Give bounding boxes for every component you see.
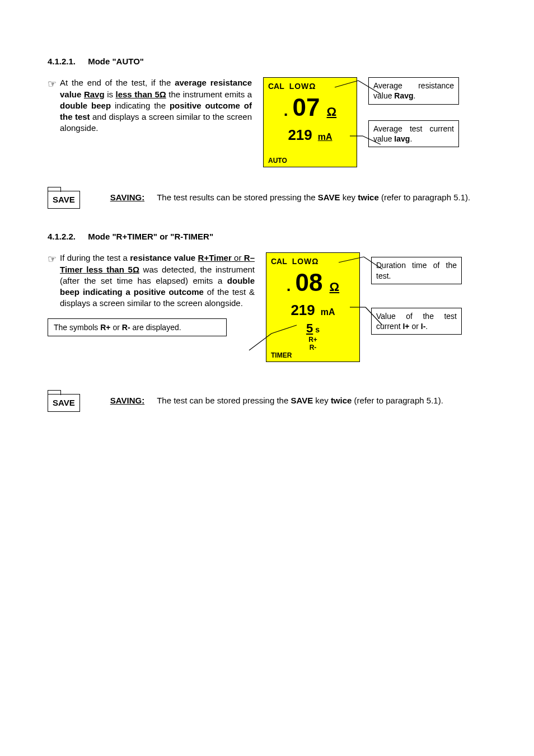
section2-row: ☞ If during the test a resistance value … bbox=[48, 252, 486, 362]
heading-number: 4.1.2.1. bbox=[48, 56, 86, 67]
save-row-1: SAVE SAVING: The test results can be sto… bbox=[48, 190, 486, 209]
lcd-current-value: 219 bbox=[288, 125, 312, 145]
saving-label-1: SAVING: bbox=[110, 190, 144, 203]
callout-iavg: Average test current value Iavg. bbox=[368, 120, 459, 147]
heading-title: Mode "AUTO" bbox=[88, 57, 144, 66]
heading-number-2: 4.1.2.2. bbox=[48, 231, 86, 242]
section1-row: ☞ At the end of the test, if the average… bbox=[48, 77, 486, 167]
saving-text-1: The test results can be stored pressing … bbox=[157, 190, 486, 203]
section1-body: At the end of the test, if the average r… bbox=[60, 77, 252, 134]
lcd-time-unit: s bbox=[315, 325, 320, 335]
lcd-resistance-row: .07 Ω bbox=[268, 91, 352, 124]
lcd-current-unit-2: mA bbox=[321, 306, 335, 318]
lcd-timer: CAL LOWΩ .08 Ω 219 mA 5 s R+ R- TIMER bbox=[266, 252, 360, 362]
lcd-time-value: 5 bbox=[306, 320, 313, 337]
lcd-current-row-2: 219 mA bbox=[271, 300, 355, 320]
save-row-2: SAVE SAVING: The test can be stored pres… bbox=[48, 393, 486, 412]
lcd-resistance-value: 07 bbox=[293, 91, 320, 124]
callout-ravg: Average resistance value Ravg. bbox=[368, 77, 459, 104]
lcd-auto: CAL LOWΩ .07 Ω 219 mA AUTO bbox=[263, 77, 357, 167]
hand-icon-2: ☞ bbox=[48, 252, 58, 309]
lcd-resistance-row-2: .08 Ω bbox=[271, 266, 355, 299]
lcd-dot-2: . bbox=[287, 275, 291, 297]
save-key-2[interactable]: SAVE bbox=[48, 394, 80, 412]
symbols-box: The symbols R+ or R- are displayed. bbox=[48, 318, 227, 337]
lcd-auto-wrap: CAL LOWΩ .07 Ω 219 mA AUTO bbox=[263, 77, 357, 167]
lcd-resistance-value-2: 08 bbox=[296, 266, 323, 299]
section-heading-rtimer: 4.1.2.2. Mode "R+TIMER" or "R-TIMER" bbox=[48, 231, 486, 242]
section1-callouts: Average resistance value Ravg. Average t… bbox=[368, 77, 459, 147]
lcd-mode: AUTO bbox=[268, 156, 352, 165]
section-heading-auto: 4.1.2.1. Mode "AUTO" bbox=[48, 56, 486, 67]
lcd-dot: . bbox=[284, 100, 288, 121]
lcd-resistance-unit: Ω bbox=[327, 104, 337, 120]
lcd-current-value-2: 219 bbox=[291, 300, 315, 320]
lcd-time-row: 5 s bbox=[271, 320, 355, 337]
saving-text-2: The test can be stored pressing the SAVE… bbox=[157, 393, 486, 406]
hand-icon: ☞ bbox=[48, 77, 58, 134]
lcd-current-unit: mA bbox=[318, 131, 332, 143]
heading-title-2: Mode "R+TIMER" or "R-TIMER" bbox=[88, 232, 213, 241]
lcd-resistance-unit-2: Ω bbox=[330, 279, 340, 295]
section2-callouts: Duration time of the test. Value of the … bbox=[371, 257, 462, 335]
lcd-timer-wrap: CAL LOWΩ .08 Ω 219 mA 5 s R+ R- TIMER bbox=[266, 252, 360, 362]
save-key-1[interactable]: SAVE bbox=[48, 191, 80, 209]
lcd-current-row: 219 mA bbox=[268, 125, 352, 145]
callout-duration: Duration time of the test. bbox=[371, 257, 462, 284]
callout-current: Value of the test current I+ or I-. bbox=[371, 308, 462, 335]
section2-body: If during the test a resistance value R+… bbox=[60, 252, 255, 309]
saving-label-2: SAVING: bbox=[110, 393, 144, 406]
lcd-mode-2: TIMER bbox=[271, 351, 355, 360]
